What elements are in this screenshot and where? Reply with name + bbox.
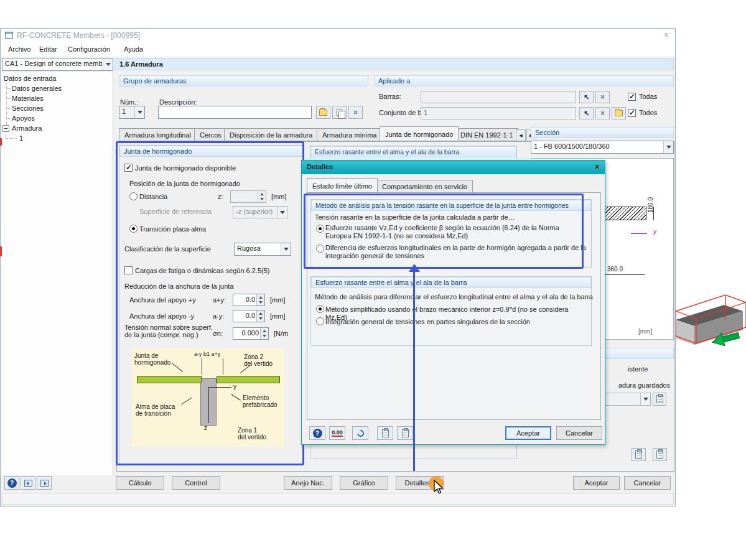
help-button[interactable]: ? [4,476,19,490]
tree-tick [6,88,11,89]
todos-checkbox[interactable] [628,109,636,117]
aceptar-button[interactable]: Aceptar [573,476,620,490]
barras-clear-button[interactable]: × [595,91,610,103]
anejo-nac-button[interactable]: Anejo Nac. [284,476,332,490]
seccion-combo[interactable]: 1 - FB 600/1500/180/360 [531,141,674,154]
pick-arrow-icon: ↖ [584,110,589,118]
folder-icon [319,110,327,116]
tree-tick [6,108,11,109]
esfuerzo-panel-header: Esfuerzo rasante entre el alma y el ala … [310,146,516,157]
tree-root-datos-entrada[interactable]: Datos de entrada [4,75,56,82]
folder-icon [615,110,623,116]
dim-180: 180.0 [647,197,654,213]
panel-right-icon [40,480,49,487]
g2-radio-integracion[interactable] [316,317,324,325]
clipboard-icon [656,450,663,459]
conjunto-new-button[interactable] [612,107,626,119]
tree-item-materiales[interactable]: Materiales [12,95,44,102]
dialog-cancelar-button[interactable]: Cancelar [556,426,602,440]
g2-radio-simplificado[interactable] [316,305,324,313]
new-group-button[interactable] [316,106,330,119]
label-fragment-existente: istente [628,365,648,373]
dialog-group-2-title: Esfuerzo rasante entre el alma y el ala … [311,277,591,288]
tab-disposicion[interactable]: Disposición de la armadura [224,128,318,141]
tab-din-en[interactable]: DIN EN 1992-1-1 [455,128,518,141]
dialog-import-button[interactable] [377,426,393,440]
tab-armadura-longitudinal[interactable]: Armadura longitudinal [119,128,197,141]
delete-icon: × [600,109,605,118]
tree-item-armadura-1[interactable]: 1 [19,134,23,142]
tree-item-armadura[interactable]: Armadura [12,124,42,132]
mouse-cursor [433,480,444,495]
conjunto-value: 1 [424,109,565,116]
annotation-arrow-line [413,271,415,471]
todas-checkbox[interactable] [628,93,636,101]
window-close-button[interactable]: × [664,30,669,40]
chevron-down-icon[interactable] [134,106,144,118]
grafico-button[interactable]: Gráfico [340,476,388,490]
dialog-units-button[interactable]: 0.00 [329,426,345,440]
cancelar-button[interactable]: Cancelar [624,476,671,490]
menu-editar[interactable]: Editar [39,45,57,53]
barras-pick-button[interactable]: ↖ [579,91,594,103]
copy-group-button[interactable] [332,106,347,119]
help-icon: ? [313,429,322,438]
conjunto-input[interactable]: 1 [421,107,576,119]
aplicado-header: Aplicado a [374,75,674,86]
dialog-aceptar-button[interactable]: Aceptar [505,426,551,440]
menu-configuracion[interactable]: Configuración [68,45,110,53]
tree-tick [6,138,17,139]
barras-input[interactable] [421,91,576,103]
control-button[interactable]: Control [172,476,220,490]
pick-arrow-icon: ↖ [584,93,589,101]
dialog-group-2: Esfuerzo rasante entre el alma y el ala … [310,276,592,346]
clipboard-icon [382,429,389,437]
tree-guide-line [6,133,6,138]
design-case-value: CA1 - Design of concrete memb [5,60,102,67]
right-export-button[interactable] [653,448,667,461]
navigation-tree: Datos de entrada Datos generales Materia… [1,72,113,475]
panel-toggle-right-button[interactable] [37,476,52,490]
calculo-button[interactable]: Cálculo [116,476,164,490]
panel-toggle-left-button[interactable] [21,476,35,490]
chevron-down-icon[interactable] [103,58,113,70]
dialog-titlebar[interactable]: Detalles × [302,161,605,174]
descripcion-input[interactable] [158,106,312,119]
todas-label: Todas [639,93,657,100]
tab-armadura-minima[interactable]: Armadura mínima [317,128,382,141]
design-case-selector[interactable]: CA1 - Design of concrete memb [2,58,113,71]
status-bar [2,493,674,505]
todos-label: Todos [639,109,657,116]
right-import-button[interactable] [632,448,646,461]
menubar: Archivo Editar Configuración Ayuda [1,42,675,57]
tree-item-datos-generales[interactable]: Datos generales [12,85,62,92]
tab-scroll-left-button[interactable]: ◀ [516,129,526,141]
chevron-down-icon[interactable] [663,141,673,153]
tree-item-apoyos[interactable]: Apoyos [12,114,35,122]
tab-cercos[interactable]: Cercos [194,128,227,141]
tab-junta-hormigonado[interactable]: Junta de hormigonado [380,126,459,141]
dialog-default-button[interactable] [352,426,368,440]
annotation-rect-junta-panel [116,141,304,465]
dialog-tab-comportamiento[interactable]: Comportamiento en servicio [376,180,473,193]
dialog-tab-estado-limite[interactable]: Estado límite último [307,178,378,193]
g2-radio-integracion-label: Integración general de tensiones en part… [325,318,589,326]
conjunto-pick-button[interactable]: ↖ [579,107,594,119]
tree-collapse-icon[interactable] [2,125,9,132]
dialog-export-button[interactable] [397,426,413,440]
dialog-help-button[interactable]: ? [309,426,325,440]
saved-sets-import-button[interactable] [653,393,666,406]
conjunto-clear-button[interactable]: × [595,107,610,119]
chevron-down-icon[interactable] [640,393,650,405]
dialog-close-button[interactable]: × [595,162,600,172]
tree-tick [6,118,11,119]
tree-item-secciones[interactable]: Secciones [12,105,44,112]
num-combo[interactable]: 1 [119,106,145,119]
dialog-title: Detalles [307,163,333,170]
delete-group-button[interactable]: × [348,106,363,119]
clipboard-icon [402,429,409,437]
clipboard-icon [656,395,663,403]
desktop: { "icons": { "close": "×", "delete": "×"… [0,0,746,560]
menu-ayuda[interactable]: Ayuda [124,45,143,53]
menu-archivo[interactable]: Archivo [8,45,31,53]
